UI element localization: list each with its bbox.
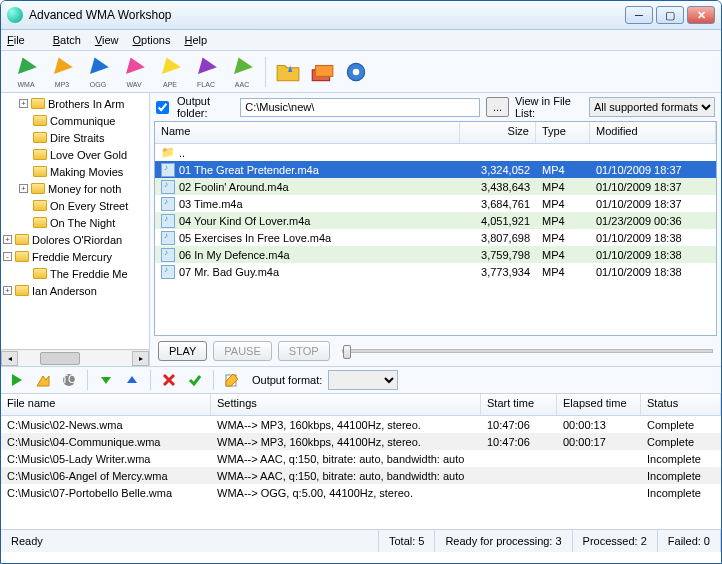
move-up-button[interactable]: [122, 370, 142, 390]
view-in-filelist-label: View in File List:: [515, 95, 583, 119]
file-list[interactable]: Name Size Type Modified 📁..01 The Great …: [154, 121, 717, 336]
job-row[interactable]: C:\Music\02-News.wmaWMA--> MP3, 160kbps,…: [1, 416, 721, 433]
tree-label: Dire Straits: [50, 132, 104, 144]
tree-item[interactable]: Dire Straits: [1, 129, 149, 146]
tree-item[interactable]: +Dolores O'Riordan: [1, 231, 149, 248]
audio-file-icon: [161, 265, 175, 279]
maximize-button[interactable]: ▢: [656, 6, 684, 24]
audio-file-icon: [161, 214, 175, 228]
convert-to-wma-button[interactable]: WMA: [9, 55, 43, 89]
tree-label: Love Over Gold: [50, 149, 127, 161]
col-header-size[interactable]: Size: [460, 122, 536, 143]
folder-icon: [33, 149, 47, 160]
start-jobs-button[interactable]: [7, 370, 27, 390]
close-button[interactable]: ✕: [687, 6, 715, 24]
edit-job-button[interactable]: [222, 370, 242, 390]
tree-item[interactable]: Communique: [1, 112, 149, 129]
job-row[interactable]: C:\Music\05-Lady Writer.wmaWMA--> AAC, q…: [1, 450, 721, 467]
pause-jobs-button[interactable]: [33, 370, 53, 390]
tree-label: Dolores O'Riordan: [32, 234, 122, 246]
svg-rect-1: [316, 65, 333, 76]
tree-label: On The Night: [50, 217, 115, 229]
tree-scrollbar[interactable]: ◂▸: [1, 349, 149, 366]
col-header-name[interactable]: Name: [155, 122, 460, 143]
view-in-filelist-select[interactable]: All supported formats: [589, 97, 715, 117]
audio-file-icon: [161, 180, 175, 194]
col-header-type[interactable]: Type: [536, 122, 590, 143]
svg-text:STOP: STOP: [61, 373, 77, 385]
folder-tree[interactable]: +Brothers In ArmCommuniqueDire StraitsLo…: [1, 93, 150, 366]
convert-to-aac-button[interactable]: AAC: [225, 55, 259, 89]
menubar: File Batch View Options Help: [1, 30, 721, 51]
stop-jobs-button[interactable]: STOP: [59, 370, 79, 390]
tree-item[interactable]: +Money for noth: [1, 180, 149, 197]
pause-button[interactable]: PAUSE: [213, 341, 271, 361]
accept-button[interactable]: [185, 370, 205, 390]
remove-job-button[interactable]: [159, 370, 179, 390]
tree-item[interactable]: +Brothers In Arm: [1, 95, 149, 112]
output-format-select[interactable]: [328, 370, 398, 390]
minimize-button[interactable]: ─: [625, 6, 653, 24]
convert-to-wav-button[interactable]: WAV: [117, 55, 151, 89]
file-row[interactable]: 07 Mr. Bad Guy.m4a3,773,934MP401/10/2009…: [155, 263, 716, 280]
job-col-elapsed[interactable]: Elapsed time: [557, 394, 641, 415]
file-row[interactable]: 06 In My Defence.m4a3,759,798MP401/10/20…: [155, 246, 716, 263]
menu-batch[interactable]: Batch: [53, 34, 81, 46]
status-processed: Processed: 2: [573, 530, 658, 552]
tree-label: Ian Anderson: [32, 285, 97, 297]
batch-convert-button[interactable]: [306, 56, 338, 88]
open-folder-button[interactable]: [272, 56, 304, 88]
job-row[interactable]: C:\Music\06-Angel of Mercy.wmaWMA--> AAC…: [1, 467, 721, 484]
updir-row[interactable]: 📁..: [155, 144, 716, 161]
output-folder-input[interactable]: [240, 98, 480, 117]
job-row[interactable]: C:\Music\07-Portobello Belle.wmaWMA--> O…: [1, 484, 721, 501]
folder-icon: [31, 183, 45, 194]
play-button[interactable]: PLAY: [158, 341, 207, 361]
stop-button[interactable]: STOP: [278, 341, 330, 361]
folder-icon: [15, 251, 29, 262]
convert-to-ape-button[interactable]: APE: [153, 55, 187, 89]
tree-item[interactable]: -Freddie Mercury: [1, 248, 149, 265]
tree-label: Money for noth: [48, 183, 121, 195]
folder-icon: [33, 217, 47, 228]
file-row[interactable]: 05 Exercises In Free Love.m4a3,807,698MP…: [155, 229, 716, 246]
job-col-settings[interactable]: Settings: [211, 394, 481, 415]
menu-help[interactable]: Help: [184, 34, 207, 46]
move-down-button[interactable]: [96, 370, 116, 390]
job-row[interactable]: C:\Music\04-Communique.wmaWMA--> MP3, 16…: [1, 433, 721, 450]
tree-item[interactable]: On Every Street: [1, 197, 149, 214]
menu-options[interactable]: Options: [133, 34, 171, 46]
job-col-filename[interactable]: File name: [1, 394, 211, 415]
convert-to-mp3-button[interactable]: MP3: [45, 55, 79, 89]
file-row[interactable]: 02 Foolin' Around.m4a3,438,643MP401/10/2…: [155, 178, 716, 195]
tree-item[interactable]: Making Movies: [1, 163, 149, 180]
browse-button[interactable]: ...: [486, 97, 509, 117]
menu-file[interactable]: File: [7, 34, 39, 46]
job-col-status[interactable]: Status: [641, 394, 721, 415]
tree-item[interactable]: +Ian Anderson: [1, 282, 149, 299]
file-row[interactable]: 03 Time.m4a3,684,761MP401/10/2009 18:37: [155, 195, 716, 212]
file-row[interactable]: 04 Your Kind Of Lover.m4a4,051,921MP401/…: [155, 212, 716, 229]
folder-icon: [15, 234, 29, 245]
tree-label: The Freddie Me: [50, 268, 128, 280]
folder-icon: [33, 166, 47, 177]
convert-to-ogg-button[interactable]: OGG: [81, 55, 115, 89]
file-row[interactable]: 01 The Great Pretender.m4a3,324,052MP401…: [155, 161, 716, 178]
window-title: Advanced WMA Workshop: [29, 8, 625, 22]
col-header-modified[interactable]: Modified: [590, 122, 716, 143]
convert-to-flac-button[interactable]: FLAC: [189, 55, 223, 89]
settings-button[interactable]: [340, 56, 372, 88]
audio-file-icon: [161, 231, 175, 245]
folder-icon: [15, 285, 29, 296]
tree-item[interactable]: Love Over Gold: [1, 146, 149, 163]
folder-icon: [31, 98, 45, 109]
playback-slider[interactable]: [342, 349, 713, 353]
tree-item[interactable]: On The Night: [1, 214, 149, 231]
job-list[interactable]: File name Settings Start time Elapsed ti…: [1, 394, 721, 529]
status-failed: Failed: 0: [658, 530, 721, 552]
status-ready: Ready: [1, 530, 379, 552]
menu-view[interactable]: View: [95, 34, 119, 46]
tree-item[interactable]: The Freddie Me: [1, 265, 149, 282]
output-folder-checkbox[interactable]: [156, 101, 169, 114]
job-col-start[interactable]: Start time: [481, 394, 557, 415]
